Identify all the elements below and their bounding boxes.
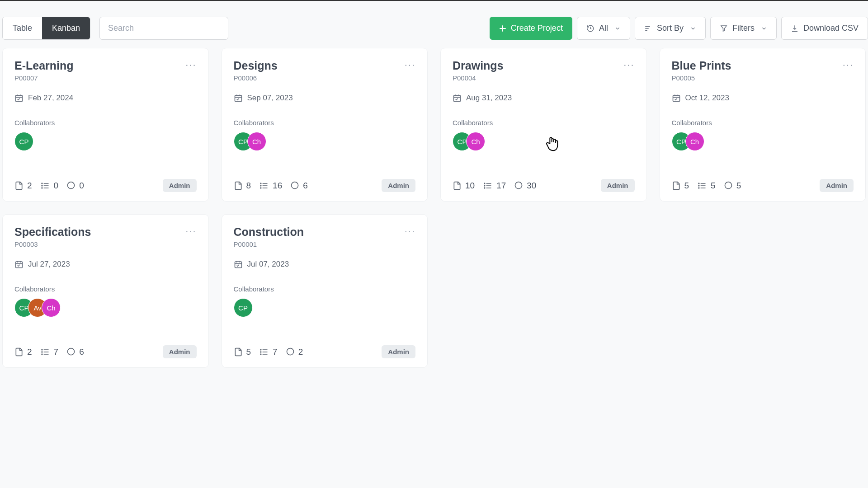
card-menu-button[interactable]: ··· — [185, 225, 196, 237]
card-menu-button[interactable]: ··· — [405, 59, 415, 71]
project-card[interactable]: Specifications P00003 ··· Jul 27, 2023 C… — [2, 214, 209, 368]
sort-by-label: Sort By — [657, 23, 684, 33]
project-card[interactable]: Blue Prints P00005 ··· Oct 12, 2023 Coll… — [660, 48, 866, 202]
svg-point-22 — [42, 352, 42, 352]
calendar-icon — [234, 260, 243, 269]
tasks-stat: 0 — [40, 181, 59, 191]
comment-icon — [286, 347, 295, 357]
avatars-row: CPAvCh — [14, 298, 197, 317]
svg-point-1 — [42, 183, 42, 184]
collaborators-label: Collaborators — [453, 119, 635, 127]
list-icon — [40, 181, 50, 190]
project-date: Oct 12, 2023 — [685, 94, 729, 103]
collaborators-label: Collaborators — [234, 119, 416, 127]
calendar-icon — [453, 94, 462, 103]
role-badge: Admin — [163, 179, 197, 192]
avatars-row: CPCh — [672, 132, 854, 151]
all-dropdown[interactable]: All — [577, 17, 630, 40]
project-title: Construction — [234, 225, 304, 239]
docs-stat: 5 — [234, 347, 251, 357]
svg-point-18 — [698, 188, 699, 188]
all-label: All — [599, 23, 608, 33]
filters-label: Filters — [732, 23, 755, 33]
avatar[interactable]: Ch — [685, 132, 704, 151]
project-title: Designs — [234, 59, 278, 72]
tab-table[interactable]: Table — [3, 17, 42, 39]
calendar-icon — [14, 94, 24, 103]
sort-icon — [644, 24, 652, 33]
card-menu-button[interactable]: ··· — [185, 59, 196, 71]
svg-point-7 — [260, 185, 261, 186]
project-date: Feb 27, 2024 — [28, 94, 73, 103]
project-title: Blue Prints — [672, 59, 731, 72]
svg-point-27 — [260, 352, 261, 352]
project-card[interactable]: E-Learning P00007 ··· Feb 27, 2024 Colla… — [2, 48, 209, 202]
project-date: Jul 27, 2023 — [28, 260, 70, 269]
svg-rect-25 — [235, 262, 241, 267]
docs-stat: 5 — [672, 181, 689, 191]
svg-rect-20 — [16, 262, 23, 267]
download-csv-label: Download CSV — [803, 23, 859, 33]
svg-rect-0 — [16, 95, 23, 101]
svg-point-3 — [42, 188, 42, 188]
avatar[interactable]: CP — [14, 132, 33, 151]
history-icon — [586, 24, 594, 33]
tasks-stat: 7 — [40, 347, 59, 357]
card-menu-button[interactable]: ··· — [405, 225, 415, 237]
avatar[interactable]: Ch — [42, 298, 61, 317]
svg-rect-5 — [235, 95, 241, 101]
svg-point-11 — [484, 183, 485, 184]
svg-point-23 — [42, 354, 42, 355]
project-card[interactable]: Construction P00001 ··· Jul 07, 2023 Col… — [222, 214, 428, 368]
project-date: Aug 31, 2023 — [466, 94, 512, 103]
tab-kanban[interactable]: Kanban — [42, 17, 90, 39]
view-toggle: Table Kanban — [2, 17, 90, 40]
chevron-down-icon — [761, 25, 767, 32]
document-icon — [453, 181, 462, 190]
search-input[interactable] — [99, 17, 228, 40]
calendar-icon — [672, 94, 681, 103]
sort-by-dropdown[interactable]: Sort By — [635, 17, 706, 40]
project-card[interactable]: Designs P00006 ··· Sep 07, 2023 Collabor… — [222, 48, 428, 202]
calendar-icon — [234, 94, 243, 103]
document-icon — [234, 347, 243, 357]
role-badge: Admin — [163, 345, 197, 358]
svg-point-21 — [42, 349, 42, 350]
cards-grid: E-Learning P00007 ··· Feb 27, 2024 Colla… — [0, 48, 868, 368]
project-title: Specifications — [14, 225, 91, 239]
collaborators-label: Collaborators — [14, 119, 197, 127]
card-menu-button[interactable]: ··· — [623, 59, 634, 71]
list-icon — [697, 181, 707, 190]
docs-stat: 2 — [14, 347, 32, 357]
comment-icon — [290, 181, 299, 190]
comment-icon — [724, 181, 733, 190]
avatar[interactable]: Ch — [466, 132, 485, 151]
project-code: P00007 — [14, 74, 74, 82]
svg-point-13 — [484, 188, 485, 188]
project-date: Jul 07, 2023 — [247, 260, 289, 269]
project-card[interactable]: Drawings P00004 ··· Aug 31, 2023 Collabo… — [440, 48, 647, 202]
role-badge: Admin — [601, 179, 635, 192]
download-csv-button[interactable]: Download CSV — [781, 17, 868, 40]
svg-rect-10 — [454, 95, 461, 101]
avatar[interactable]: Ch — [247, 132, 266, 151]
create-project-button[interactable]: Create Project — [490, 17, 572, 40]
comments-stat: 6 — [66, 347, 84, 357]
avatars-row: CP — [234, 298, 416, 317]
tasks-stat: 16 — [259, 181, 282, 191]
card-menu-button[interactable]: ··· — [843, 59, 854, 71]
list-icon — [259, 181, 269, 190]
filters-dropdown[interactable]: Filters — [710, 17, 777, 40]
list-icon — [40, 347, 50, 357]
comment-icon — [66, 347, 75, 357]
download-icon — [791, 24, 799, 33]
avatar[interactable]: CP — [234, 298, 253, 317]
svg-point-2 — [42, 185, 42, 186]
document-icon — [234, 181, 243, 190]
avatars-row: CP — [14, 132, 197, 151]
project-code: P00003 — [14, 240, 91, 248]
svg-point-8 — [260, 188, 261, 188]
project-code: P00001 — [234, 240, 304, 248]
svg-point-16 — [698, 183, 699, 184]
create-project-label: Create Project — [511, 23, 563, 33]
